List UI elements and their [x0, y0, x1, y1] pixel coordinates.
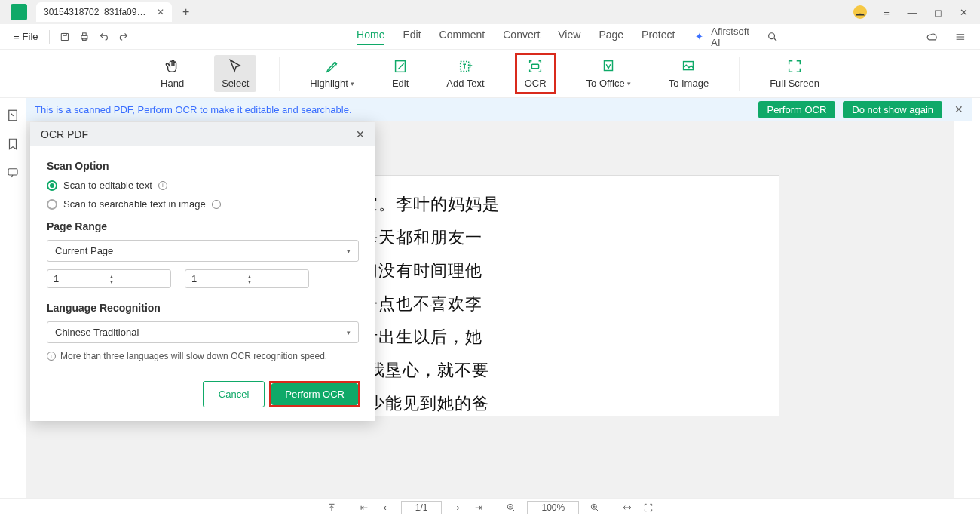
tab-page[interactable]: Page: [599, 29, 623, 45]
next-page-icon[interactable]: ›: [452, 502, 463, 513]
range-from-input[interactable]: 1 ▲▼: [47, 269, 171, 288]
file-menu[interactable]: ≡ File: [9, 28, 43, 45]
comment-icon[interactable]: [6, 166, 20, 180]
tab-edit[interactable]: Edit: [403, 29, 421, 45]
perform-highlight-box: Perform OCR: [269, 381, 360, 407]
redo-icon[interactable]: [118, 30, 129, 44]
hand-tool[interactable]: Hand: [153, 55, 191, 92]
ocr-banner: This is a scanned PDF, Perform OCR to ma…: [26, 98, 972, 121]
ai-label[interactable]: Afirstsoft AI: [711, 26, 754, 48]
dialog-body: Scan Option Scan to editable text i Scan…: [30, 146, 375, 373]
ribbon: Hand Select Highlight▾ Edit Add Text OCR…: [0, 50, 980, 98]
cloud-icon[interactable]: [926, 30, 939, 44]
page-range-title: Page Range: [47, 220, 359, 232]
close-window-icon[interactable]: ✕: [957, 6, 969, 18]
radio-searchable[interactable]: Scan to searchable text in image i: [47, 198, 359, 210]
separator: [279, 57, 280, 91]
banner-hide-button[interactable]: Do not show again: [843, 101, 942, 118]
separator: [495, 502, 495, 513]
banner-close-icon[interactable]: ✕: [954, 103, 963, 115]
zoom-level[interactable]: 100%: [527, 501, 579, 514]
perform-ocr-button[interactable]: Perform OCR: [271, 383, 358, 405]
left-siderail: [0, 98, 26, 498]
bookmark-icon[interactable]: [6, 137, 20, 151]
language-value: Chinese Traditional: [55, 327, 347, 338]
info-icon: i: [47, 352, 56, 361]
radio-searchable-label: Scan to searchable text in image: [63, 198, 206, 210]
chevron-down-icon: ▾: [627, 80, 631, 88]
highlight-tool[interactable]: Highlight▾: [302, 55, 362, 92]
first-page-icon[interactable]: ⇤: [359, 502, 369, 513]
tab-home[interactable]: Home: [357, 29, 384, 45]
highlight-icon: [324, 58, 341, 75]
svg-rect-12: [8, 169, 17, 175]
addtext-label: Add Text: [446, 78, 484, 89]
fit-width-icon[interactable]: [622, 502, 632, 513]
banner-perform-ocr-button[interactable]: Perform OCR: [758, 101, 836, 118]
radio-editable-label: Scan to editable text: [63, 180, 152, 191]
page-indicator[interactable]: 1/1: [401, 501, 443, 514]
svg-point-5: [768, 32, 774, 38]
zoom-out-icon[interactable]: [506, 502, 516, 513]
select-tool[interactable]: Select: [214, 55, 256, 92]
separator: [611, 502, 611, 513]
dialog-title: OCR PDF: [41, 128, 88, 140]
last-page-icon[interactable]: ⇥: [473, 502, 484, 513]
close-tab-icon[interactable]: ✕: [157, 7, 164, 17]
page-range-select[interactable]: Current Page ▾: [47, 240, 359, 262]
fullscreen-label: Full Screen: [770, 78, 819, 89]
language-select[interactable]: Chinese Traditional ▾: [47, 321, 359, 343]
cancel-button[interactable]: Cancel: [203, 381, 265, 407]
hand-label: Hand: [161, 78, 184, 89]
chevron-down-icon: ▾: [347, 247, 351, 255]
info-icon[interactable]: i: [158, 181, 167, 190]
spinner-arrows-icon[interactable]: ▲▼: [247, 274, 303, 284]
info-icon[interactable]: i: [212, 200, 221, 209]
radio-on-icon: [47, 180, 57, 191]
settings-lines-icon[interactable]: [954, 30, 966, 44]
save-icon[interactable]: [60, 30, 70, 44]
user-avatar-icon[interactable]: [853, 5, 867, 19]
add-text-tool[interactable]: Add Text: [439, 55, 492, 92]
ocr-tool[interactable]: OCR: [517, 55, 554, 92]
edit-label: Edit: [392, 78, 409, 89]
to-office-tool[interactable]: To Office▾: [579, 55, 639, 92]
separator: [139, 30, 139, 44]
menu-icon[interactable]: ≡: [880, 6, 893, 18]
main-menubar: ≡ File Home Edit Comment Convert View Pa…: [0, 24, 980, 50]
minimize-icon[interactable]: —: [906, 6, 918, 18]
spinner-arrows-icon[interactable]: ▲▼: [109, 274, 165, 284]
separator: [739, 57, 740, 91]
separator: [49, 30, 50, 44]
scroll-top-icon[interactable]: [326, 502, 337, 513]
prev-page-icon[interactable]: ‹: [380, 502, 390, 513]
tab-comment[interactable]: Comment: [439, 29, 485, 45]
ocr-dialog: OCR PDF ✕ Scan Option Scan to editable t…: [30, 122, 375, 421]
radio-editable[interactable]: Scan to editable text i: [47, 180, 359, 191]
dialog-close-icon[interactable]: ✕: [356, 128, 365, 140]
top-tabs: Home Edit Comment Convert View Page Prot…: [357, 29, 675, 45]
search-icon[interactable]: [767, 30, 779, 44]
thumbnails-icon[interactable]: [6, 109, 20, 122]
new-tab-button[interactable]: +: [182, 5, 189, 19]
tab-convert[interactable]: Convert: [503, 29, 540, 45]
undo-icon[interactable]: [99, 30, 109, 44]
edit-tool[interactable]: Edit: [384, 55, 416, 92]
language-title: Language Recognition: [47, 302, 359, 314]
fullscreen-tool[interactable]: Full Screen: [762, 55, 827, 92]
maximize-icon[interactable]: ◻: [932, 6, 944, 18]
tab-view[interactable]: View: [558, 29, 580, 45]
tab-protect[interactable]: Protect: [642, 29, 675, 45]
fit-page-icon[interactable]: [643, 502, 654, 513]
scan-option-title: Scan Option: [47, 160, 359, 172]
document-tab[interactable]: 30154318702_831fa09e2... ✕: [36, 2, 172, 22]
svg-rect-1: [63, 33, 67, 35]
hand-icon: [164, 58, 181, 75]
highlight-label: Highlight: [310, 78, 348, 89]
zoom-in-icon[interactable]: [590, 502, 600, 513]
chevron-down-icon: ▾: [347, 329, 351, 336]
print-icon[interactable]: [79, 30, 90, 44]
to-image-tool[interactable]: To Image: [661, 55, 716, 92]
file-label: File: [23, 31, 38, 42]
range-to-input[interactable]: 1 ▲▼: [185, 269, 309, 288]
